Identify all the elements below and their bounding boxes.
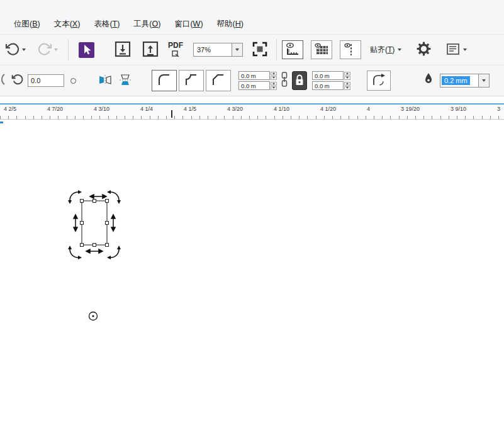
undo-dropdown-caret-icon[interactable] bbox=[22, 48, 26, 51]
corner-radius-bottom-left-value: 0.0 m bbox=[241, 82, 256, 89]
degree-icon bbox=[70, 78, 76, 84]
grid-eye-icon bbox=[313, 42, 330, 58]
fullscreen-preview-icon bbox=[252, 41, 268, 59]
launcher-button[interactable] bbox=[78, 42, 95, 59]
triangle-up-icon bbox=[272, 82, 275, 84]
ruler-label: 3 9/10 bbox=[451, 106, 466, 112]
ruler-label: 4 1/10 bbox=[274, 106, 289, 112]
ruler-eye-icon bbox=[284, 42, 301, 58]
chevron-down-icon bbox=[482, 79, 486, 82]
zoom-combo: 37% bbox=[193, 43, 243, 57]
redo-button[interactable] bbox=[37, 42, 52, 59]
triangle-down-icon bbox=[346, 77, 349, 79]
triangle-up-icon bbox=[272, 72, 275, 74]
spin-down-button[interactable] bbox=[344, 86, 350, 90]
corner-radius-bottom-right-value: 0.0 m bbox=[315, 82, 330, 89]
corner-radius-top-right-input[interactable]: 0.0 m bbox=[312, 71, 344, 80]
ruler-label: 4 1/4 bbox=[140, 106, 153, 112]
menu-window[interactable]: 窗口(W) bbox=[172, 17, 205, 31]
spin-up-button[interactable] bbox=[271, 72, 277, 76]
selected-rectangle[interactable] bbox=[82, 201, 107, 245]
rotation-angle-input[interactable]: 0.0 bbox=[28, 74, 64, 87]
round-corner-button[interactable] bbox=[152, 70, 177, 91]
outline-width-value: 0.2 mm bbox=[442, 76, 470, 85]
menu-text[interactable]: 文本(X) bbox=[52, 17, 83, 31]
rotation-angle-value: 0.0 bbox=[31, 77, 40, 84]
snap-to-dropdown[interactable]: 贴齐(T) bbox=[370, 45, 401, 55]
menu-help[interactable]: 帮助(H) bbox=[215, 17, 246, 31]
zoom-input[interactable]: 37% bbox=[193, 43, 232, 57]
corner-radius-top-left-input[interactable]: 0.0 m bbox=[238, 71, 270, 80]
spin-up-button[interactable] bbox=[344, 82, 350, 86]
link-corners-icon bbox=[280, 71, 289, 90]
export-icon bbox=[142, 40, 159, 60]
round-corner-icon bbox=[157, 73, 171, 89]
ruler-label: 4 1/5 bbox=[184, 106, 196, 112]
show-guidelines-button[interactable] bbox=[340, 40, 361, 59]
spin-down-button[interactable] bbox=[271, 76, 277, 80]
rotation-angle-icon bbox=[11, 73, 24, 88]
toolbar-separator bbox=[276, 39, 277, 60]
spin-down-button[interactable] bbox=[271, 86, 277, 90]
outline-width-dropdown-button[interactable] bbox=[479, 74, 490, 88]
ruler-label: 4 3/10 bbox=[94, 106, 109, 112]
chevron-down-icon bbox=[235, 48, 239, 51]
titlebar-space bbox=[0, 0, 504, 14]
chamfered-corner-icon bbox=[211, 73, 225, 89]
corner-radius-bottom-left-input[interactable]: 0.0 m bbox=[238, 81, 270, 90]
mirror-horizontal-button[interactable] bbox=[98, 74, 113, 88]
ruler-label: 3 19/20 bbox=[401, 106, 420, 112]
toolbar-separator bbox=[68, 39, 69, 60]
triangle-down-icon bbox=[346, 87, 349, 89]
triangle-down-icon bbox=[272, 77, 275, 79]
horizontal-ruler[interactable]: 4 2/5 4 7/20 4 3/10 4 1/4 4 1/5 4 3/20 4… bbox=[0, 103, 504, 120]
lock-corners-button[interactable] bbox=[292, 71, 307, 90]
mirror-vertical-icon bbox=[118, 74, 133, 88]
drawing-canvas[interactable] bbox=[0, 120, 504, 425]
spin-down-button[interactable] bbox=[344, 76, 350, 80]
rotation-center-marker[interactable] bbox=[87, 310, 99, 322]
import-button[interactable] bbox=[114, 40, 132, 60]
menu-bitmap[interactable]: 位图(B) bbox=[11, 17, 43, 31]
publish-pdf-button[interactable]: PDF bbox=[168, 41, 183, 59]
dockers-button[interactable] bbox=[446, 43, 467, 57]
mirror-vertical-button[interactable] bbox=[118, 74, 133, 88]
relative-corner-scaling-button[interactable] bbox=[367, 71, 391, 91]
triangle-up-icon bbox=[346, 72, 349, 74]
zoom-dropdown-button[interactable] bbox=[232, 43, 243, 57]
corner-radius-top-left-value: 0.0 m bbox=[241, 72, 256, 79]
vertical-ruler-mark bbox=[0, 122, 3, 123]
corner-radius-top-right-value: 0.0 m bbox=[315, 72, 330, 79]
options-button[interactable] bbox=[415, 40, 432, 59]
spin-up-button[interactable] bbox=[271, 82, 277, 86]
chamfered-corner-button[interactable] bbox=[206, 70, 231, 91]
show-grid-button[interactable] bbox=[311, 40, 332, 59]
pdf-label: PDF bbox=[168, 41, 183, 50]
selection-handles[interactable] bbox=[81, 200, 109, 247]
show-rulers-button[interactable] bbox=[282, 40, 303, 59]
corner-style-group bbox=[152, 70, 231, 91]
clipped-edge-icon bbox=[0, 72, 5, 89]
mirror-horizontal-icon bbox=[98, 74, 113, 88]
scalloped-corner-button[interactable] bbox=[179, 70, 204, 91]
bar-gap bbox=[0, 96, 504, 103]
spin-up-button[interactable] bbox=[344, 72, 350, 76]
export-button[interactable] bbox=[142, 40, 159, 60]
menu-table[interactable]: 表格(T) bbox=[91, 17, 122, 31]
launcher-icon bbox=[78, 51, 95, 60]
corner-radius-bottom-right-input[interactable]: 0.0 m bbox=[312, 81, 344, 90]
ruler-label: 4 7/20 bbox=[47, 106, 63, 112]
undo-icon bbox=[5, 42, 20, 59]
menu-tools[interactable]: 工具(O) bbox=[131, 17, 163, 31]
redo-icon bbox=[37, 42, 52, 59]
ruler-label: 4 2/5 bbox=[4, 106, 16, 112]
selected-rectangle-overlay[interactable] bbox=[68, 190, 121, 259]
zoom-value: 37% bbox=[197, 46, 211, 54]
undo-button[interactable] bbox=[5, 42, 20, 59]
outline-width-input[interactable]: 0.2 mm bbox=[440, 74, 479, 88]
fullscreen-preview-button[interactable] bbox=[252, 41, 268, 59]
outline-pen-icon bbox=[423, 72, 434, 89]
redo-dropdown-caret-icon[interactable] bbox=[54, 48, 58, 51]
chevron-down-icon bbox=[463, 48, 467, 51]
ruler-label: 4 bbox=[367, 106, 370, 112]
